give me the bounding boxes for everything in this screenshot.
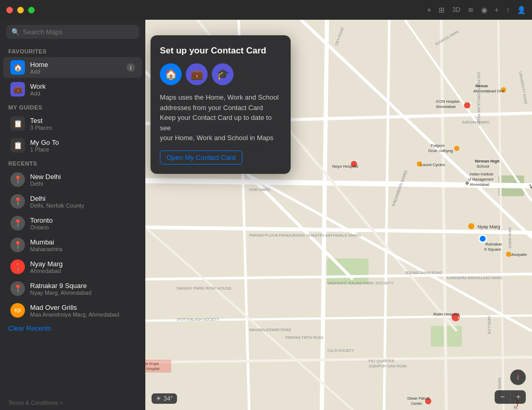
- svg-text:Laxmi Cycles: Laxmi Cycles: [420, 162, 445, 167]
- search-input[interactable]: [23, 28, 134, 36]
- sidebar-item-home[interactable]: 🏠 Home Add ℹ: [3, 57, 142, 78]
- svg-text:NYAY MARG: NYAY MARG: [249, 188, 270, 192]
- temperature-badge: ☀ 34°: [152, 393, 177, 404]
- zoom-in-button[interactable]: +: [511, 390, 526, 404]
- svg-text:N: N: [514, 405, 517, 410]
- test-title: Test: [30, 117, 52, 125]
- svg-point-54: [454, 146, 459, 151]
- home-subtitle: Add: [30, 69, 48, 75]
- svg-text:of Management: of Management: [468, 177, 494, 182]
- test-subtitle: 3 Places: [30, 125, 52, 131]
- svg-text:SATELLITE: SATELLITE: [487, 316, 491, 335]
- home-popup-icon: 🏠: [160, 63, 182, 85]
- svg-text:+: +: [470, 101, 472, 105]
- map-area[interactable]: SATYAGRAH SOCIETY ROAD SUNRISE PARK DEV …: [145, 20, 532, 410]
- traffic-lights: [6, 7, 35, 13]
- svg-text:PARAM PUJYA PANDURANG SHASTRI : PARAM PUJYA PANDURANG SHASTRI AATHWALE M…: [249, 233, 361, 238]
- sidebar-item-delhi[interactable]: 📍 Delhi Delhi, Norfolk County: [3, 191, 142, 212]
- svg-text:MAHABALESWAR ROAD: MAHABALESWAR ROAD: [249, 328, 291, 332]
- sidebar-item-work[interactable]: 💼 Work Add: [3, 79, 142, 100]
- svg-text:Center: Center: [411, 402, 422, 405]
- ratnakar-subtitle: Nyay Marg, Ahmedabad: [30, 290, 91, 296]
- mumbai-subtitle: Maharashtra: [30, 246, 62, 252]
- svg-point-62: [466, 182, 469, 185]
- work-icon: 💼: [10, 82, 25, 97]
- svg-text:Falguni: Falguni: [431, 143, 444, 148]
- map-view-icon[interactable]: ⊞: [439, 6, 445, 14]
- svg-text:+: +: [356, 159, 358, 163]
- toolbar-icons: ⌖ ⊞ 3D ≋ ◉ + ↑ 👤: [427, 6, 526, 15]
- my-go-to-icon: 📋: [10, 138, 25, 153]
- sun-icon: ☀: [156, 395, 161, 402]
- view-3d-button[interactable]: 3D: [452, 6, 460, 13]
- home-info-button[interactable]: ℹ: [127, 63, 135, 72]
- share-button[interactable]: ↑: [506, 6, 510, 14]
- compass-button[interactable]: [510, 370, 526, 385]
- mumbai-title: Mumbai: [30, 238, 62, 246]
- work-title: Work: [30, 83, 46, 90]
- sidebar-item-new-delhi[interactable]: 📍 New Delhi Delhi: [3, 169, 142, 190]
- home-title: Home: [30, 61, 48, 69]
- svg-text:VASTRAPUR: VASTRAPUR: [529, 183, 532, 189]
- svg-text:SARGAM MARG: SARGAM MARG: [462, 120, 489, 124]
- mumbai-icon: 📍: [10, 238, 25, 252]
- svg-point-72: [506, 252, 511, 257]
- new-delhi-subtitle: Delhi: [30, 181, 61, 187]
- close-button[interactable]: [6, 7, 13, 13]
- nyay-marg-icon: 📍: [10, 259, 25, 274]
- sidebar-item-nyay-marg[interactable]: 📍 Nyay Marg Ahmedabad: [3, 256, 142, 277]
- maximize-button[interactable]: [28, 7, 35, 13]
- app-body: 🔍 Favourites 🏠 Home Add ℹ 💼 Work Add My …: [0, 20, 532, 410]
- svg-point-69: [479, 235, 486, 242]
- svg-marker-96: [517, 374, 519, 377]
- sidebar-item-mumbai[interactable]: 📍 Mumbai Maharashtra: [3, 235, 142, 255]
- popup-description: Maps uses the Home, Work and School addr…: [160, 92, 281, 143]
- guides-section-label: My Guides: [0, 100, 145, 113]
- titlebar: ⌖ ⊞ 3D ≋ ◉ + ↑ 👤: [0, 0, 532, 20]
- svg-text:Diwan Pakodi: Diwan Pakodi: [407, 397, 430, 400]
- popup-icons: 🏠 💼 🎓: [160, 63, 281, 85]
- svg-text:SURENDRA MANGALDAS MARG: SURENDRA MANGALDAS MARG: [446, 276, 502, 280]
- add-button[interactable]: +: [495, 6, 499, 14]
- svg-rect-92: [145, 360, 171, 373]
- my-go-to-title: My Go To: [30, 139, 59, 146]
- traffic-icon[interactable]: ≋: [468, 6, 474, 14]
- my-go-to-subtitle: 1 Place: [30, 146, 59, 153]
- recents-section-label: Recents: [0, 156, 145, 169]
- svg-text:Nyay Marg: Nyay Marg: [478, 224, 500, 229]
- svg-text:Asopaliv: Asopaliv: [511, 252, 527, 257]
- sidebar-item-ratnakar[interactable]: 📍 Ratnakar 9 Square Nyay Marg, Ahmedabad: [3, 278, 142, 299]
- svg-text:Nirman High: Nirman High: [475, 159, 500, 163]
- sidebar-item-mad-over-grills[interactable]: 🍽 Mad Over Grills Maa Anandmiya Marg, Ah…: [3, 300, 142, 321]
- toronto-subtitle: Ontario: [30, 224, 52, 230]
- sidebar-item-my-go-to[interactable]: 📋 My Go To 1 Place: [3, 135, 142, 156]
- sidebar-item-test[interactable]: 📋 Test 3 Places: [3, 113, 142, 134]
- svg-text:Rathi Hospital: Rathi Hospital: [433, 312, 459, 317]
- toronto-title: Toronto: [30, 216, 52, 224]
- search-bar[interactable]: 🔍: [6, 25, 139, 39]
- nyay-marg-subtitle: Ahmedabad: [30, 268, 63, 274]
- svg-text:VASHISHT RAJAB PARK SOCIETY: VASHISHT RAJAB PARK SOCIETY: [327, 281, 394, 285]
- profile-button[interactable]: 👤: [517, 6, 526, 14]
- svg-text:P&T QUARTER: P&T QUARTER: [369, 359, 394, 363]
- zoom-out-button[interactable]: −: [495, 390, 510, 404]
- svg-point-67: [468, 223, 474, 229]
- terms-conditions-link[interactable]: Terms & Conditions >: [0, 395, 145, 410]
- svg-text:JEEVAN DHAM ROAD: JEEVAN DHAM ROAD: [405, 271, 442, 275]
- open-contact-card-button[interactable]: Open My Contact Card: [160, 151, 242, 165]
- map-controls-bottom: − +: [495, 370, 526, 404]
- svg-text:TULSI SOCIETY: TULSI SOCIETY: [327, 349, 354, 352]
- sidebar-item-toronto[interactable]: 📍 Toronto Ontario: [3, 213, 142, 234]
- sidebar: 🔍 Favourites 🏠 Home Add ℹ 💼 Work Add My …: [0, 20, 145, 410]
- svg-text:9 Square: 9 Square: [484, 247, 501, 252]
- location-icon[interactable]: ⌖: [427, 6, 431, 15]
- face-icon[interactable]: ◉: [481, 6, 487, 14]
- svg-text:JYOTI KALASH SOCIETY: JYOTI KALASH SOCIETY: [176, 318, 219, 321]
- svg-text:PRERNA TIRTH ROAD: PRERNA TIRTH ROAD: [285, 336, 323, 339]
- svg-marker-97: [517, 377, 519, 380]
- minimize-button[interactable]: [17, 7, 24, 13]
- svg-text:Neyo Hospital: Neyo Hospital: [332, 164, 358, 169]
- clear-recents-button[interactable]: Clear Recents: [0, 321, 145, 335]
- new-delhi-title: New Delhi: [30, 173, 61, 181]
- ratnakar-icon: 📍: [10, 281, 25, 296]
